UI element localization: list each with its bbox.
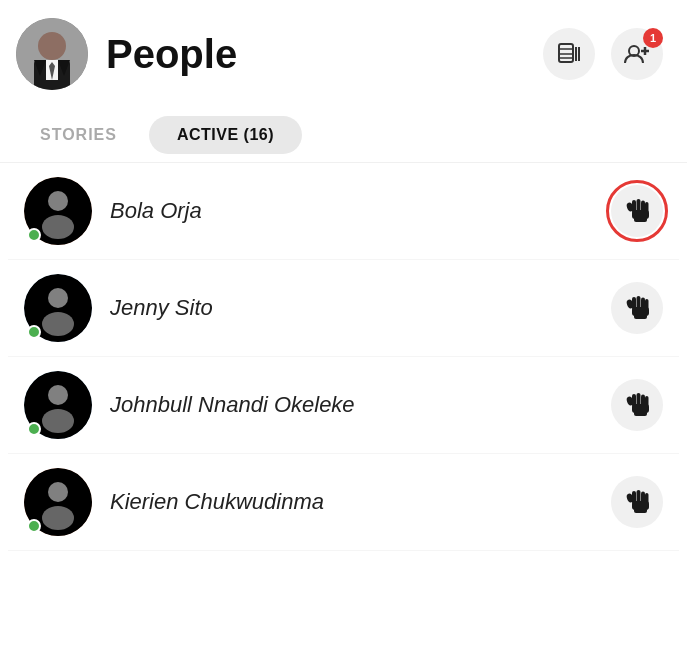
svg-point-37 — [48, 385, 68, 405]
svg-point-18 — [42, 215, 74, 239]
people-list: Bola Orja — [0, 163, 687, 551]
tab-active[interactable]: ACTIVE (16) — [149, 116, 302, 154]
contacts-button[interactable] — [543, 28, 595, 80]
online-indicator — [27, 325, 41, 339]
svg-point-38 — [42, 409, 74, 433]
person-row: Jenny Sito — [8, 260, 679, 357]
svg-rect-35 — [634, 314, 647, 319]
person-name: Bola Orja — [110, 198, 593, 224]
svg-point-17 — [48, 191, 68, 211]
svg-point-6 — [38, 32, 66, 60]
person-name: Kierien Chukwudinma — [110, 489, 593, 515]
wave-button[interactable] — [611, 282, 663, 334]
svg-point-47 — [48, 482, 68, 502]
wave-button[interactable] — [611, 379, 663, 431]
svg-rect-25 — [634, 217, 647, 222]
svg-rect-45 — [634, 411, 647, 416]
person-row: Kierien Chukwudinma — [8, 454, 679, 551]
online-indicator — [27, 422, 41, 436]
page-title: People — [106, 32, 543, 77]
svg-point-27 — [48, 288, 68, 308]
tab-stories[interactable]: STORIES — [24, 116, 133, 154]
person-row: Bola Orja — [8, 163, 679, 260]
header-avatar[interactable] — [16, 18, 88, 90]
avatar-wrap — [24, 177, 92, 245]
svg-point-28 — [42, 312, 74, 336]
person-row: Johnbull Nnandi Okeleke — [8, 357, 679, 454]
person-name: Johnbull Nnandi Okeleke — [110, 392, 593, 418]
avatar-wrap — [24, 274, 92, 342]
wave-button[interactable] — [611, 476, 663, 528]
wave-button[interactable] — [611, 185, 663, 237]
tabs-row: STORIES ACTIVE (16) — [0, 108, 687, 163]
notification-badge: 1 — [643, 28, 663, 48]
avatar-wrap — [24, 371, 92, 439]
header-icons: 1 — [543, 28, 663, 80]
online-indicator — [27, 228, 41, 242]
svg-point-48 — [42, 506, 74, 530]
person-name: Jenny Sito — [110, 295, 593, 321]
svg-rect-7 — [559, 44, 573, 62]
add-friend-button[interactable]: 1 — [611, 28, 663, 80]
header: People 1 — [0, 0, 687, 108]
online-indicator — [27, 519, 41, 533]
svg-rect-55 — [634, 508, 647, 513]
avatar-wrap — [24, 468, 92, 536]
